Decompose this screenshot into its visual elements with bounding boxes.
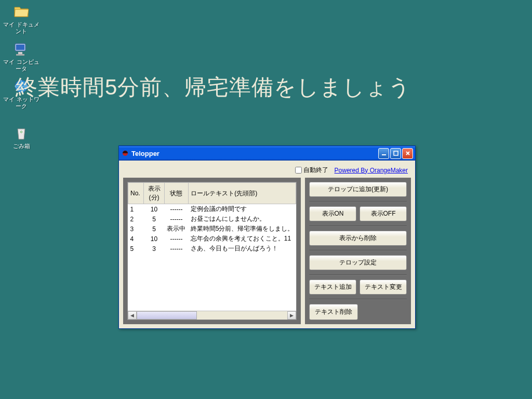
table-cell-status: ------ <box>164 234 189 244</box>
table-cell-min: 5 <box>144 214 164 224</box>
telop-scroll-text: 終業時間5分前、帰宅準備をしましょう <box>16 73 532 102</box>
separator <box>309 225 407 227</box>
table-cell-status: ------ <box>164 244 189 254</box>
auto-end-checkbox[interactable]: 自動終了 <box>295 166 328 175</box>
auto-end-input[interactable] <box>295 167 302 174</box>
app-icon <box>121 149 129 157</box>
scroll-right-button[interactable]: ▶ <box>287 311 296 320</box>
scroll-thumb[interactable] <box>137 311 197 320</box>
svg-rect-8 <box>382 154 386 155</box>
table-cell-no: 5 <box>128 244 144 254</box>
desktop-icon-recycle-bin[interactable]: ごみ箱 <box>3 125 39 150</box>
separator <box>309 299 407 300</box>
table-row[interactable]: 53------さあ、今日も一日がんばろう！ <box>128 244 296 254</box>
trash-icon <box>13 125 30 141</box>
add-update-button[interactable]: テロップに追加(更新) <box>309 182 407 197</box>
table-panel: No. 表示(分) 状態 ロールテキスト(先頭部) 110------定例会議の… <box>123 178 301 324</box>
powered-by-link[interactable]: Powered By OrangeMaker <box>335 167 408 174</box>
scroll-left-button[interactable]: ◀ <box>128 311 137 320</box>
window-title: Telopper <box>131 150 378 157</box>
icon-label: ごみ箱 <box>3 143 39 150</box>
table-cell-text: 忘年会の余興を考えておくこと。11 <box>189 234 296 244</box>
table-cell-status: ------ <box>164 204 189 215</box>
separator <box>309 201 407 202</box>
close-button[interactable] <box>402 148 413 159</box>
table-cell-no: 2 <box>128 214 144 224</box>
table-row[interactable]: 410------忘年会の余興を考えておくこと。11 <box>128 234 296 244</box>
table-empty-area <box>128 254 296 311</box>
table-cell-no: 1 <box>128 204 144 215</box>
separator <box>309 250 407 251</box>
table-cell-no: 3 <box>128 224 144 234</box>
auto-end-label: 自動終了 <box>303 166 328 175</box>
table-cell-text: さあ、今日も一日がんばろう！ <box>189 244 296 254</box>
delete-from-display-button[interactable]: 表示から削除 <box>309 231 407 246</box>
th-roll-text[interactable]: ロールテキスト(先頭部) <box>189 183 296 204</box>
table-cell-text: 終業時間5分前、帰宅準備をしまし。 <box>189 224 296 234</box>
table-row[interactable]: 35表示中終業時間5分前、帰宅準備をしまし。 <box>128 224 296 234</box>
table-cell-text: 定例会議の時間です <box>189 204 296 215</box>
folder-icon <box>13 3 30 20</box>
desktop-icon-my-documents[interactable]: マイ ドキュメント <box>3 3 39 35</box>
desktop-icon-my-computer[interactable]: マイ コンピュータ <box>3 41 39 72</box>
svg-rect-2 <box>18 52 22 54</box>
computer-icon <box>13 41 30 57</box>
table-cell-min: 5 <box>144 224 164 234</box>
table-cell-no: 4 <box>128 234 144 244</box>
scroll-track[interactable] <box>137 311 287 320</box>
table-cell-text: お昼ごはんにしませんか。 <box>189 214 296 224</box>
telop-table[interactable]: No. 表示(分) 状態 ロールテキスト(先頭部) 110------定例会議の… <box>128 182 296 254</box>
table-cell-status: 表示中 <box>164 224 189 234</box>
separator <box>309 274 407 275</box>
table-row[interactable]: 25------お昼ごはんにしませんか。 <box>128 214 296 224</box>
display-off-button[interactable]: 表示OFF <box>360 206 407 221</box>
table-cell-status: ------ <box>164 214 189 224</box>
text-delete-button[interactable]: テキスト削除 <box>309 304 358 320</box>
telop-settings-button[interactable]: テロップ設定 <box>309 255 407 270</box>
svg-rect-3 <box>16 54 24 56</box>
horizontal-scrollbar[interactable]: ◀ ▶ <box>128 311 296 320</box>
titlebar[interactable]: Telopper <box>119 146 415 161</box>
svg-rect-9 <box>394 151 398 155</box>
table-cell-min: 10 <box>144 204 164 215</box>
button-panel: テロップに追加(更新) 表示ON 表示OFF 表示から削除 テロップ設定 テキス… <box>305 178 411 324</box>
th-no[interactable]: No. <box>128 183 144 204</box>
text-add-button[interactable]: テキスト追加 <box>309 280 356 295</box>
th-display-min[interactable]: 表示(分) <box>144 183 164 204</box>
icon-label: マイ ドキュメント <box>3 21 39 35</box>
display-on-button[interactable]: 表示ON <box>309 206 356 221</box>
table-cell-min: 10 <box>144 234 164 244</box>
th-status[interactable]: 状態 <box>164 183 189 204</box>
text-change-button[interactable]: テキスト変更 <box>360 280 407 295</box>
maximize-button[interactable] <box>390 148 401 159</box>
table-row[interactable]: 110------定例会議の時間です <box>128 204 296 215</box>
telopper-window: Telopper 自動終了 Powered By OrangeMaker <box>118 145 416 329</box>
minimize-button[interactable] <box>378 148 389 159</box>
svg-rect-1 <box>16 45 24 50</box>
table-cell-min: 3 <box>144 244 164 254</box>
icon-label: マイ コンピュータ <box>3 59 39 72</box>
